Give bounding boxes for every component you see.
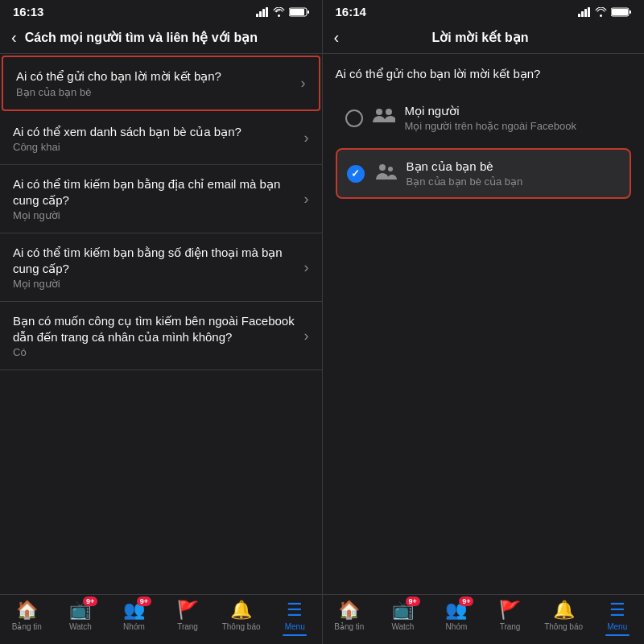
svg-rect-6 [308, 10, 309, 14]
nav-item-right-watch[interactable]: 📺9+ Watch [376, 600, 430, 631]
settings-item-title-external_search: Bạn có muốn công cụ tìm kiếm bên ngoài F… [13, 313, 298, 345]
header-title-left: Cách mọi người tìm và liên hệ với bạn [25, 30, 311, 45]
status-icons-left [256, 7, 309, 17]
left-screen: 16:13 ‹ Cách mọi người tìm và l [0, 0, 322, 644]
chevron-icon-external_search: › [304, 328, 309, 345]
option-list: Ai có thể gửi cho bạn lời mời kết bạn? M… [323, 54, 645, 594]
svg-point-14 [376, 109, 382, 115]
svg-rect-3 [266, 7, 268, 17]
settings-item-title-friends_list: Ai có thể xem danh sách bạn bè của bạn? [13, 124, 298, 140]
svg-rect-1 [259, 11, 262, 17]
nav-item-left-notifications[interactable]: 🔔 Thông báo [214, 600, 268, 631]
nav-label-left-home: Bảng tin [12, 622, 42, 631]
bottom-nav-left: 🏠 Bảng tin 📺9+ Watch 👥9+ Nhóm 🚩 Trang 🔔 … [0, 594, 322, 644]
svg-rect-0 [256, 14, 258, 17]
svg-rect-5 [290, 9, 304, 15]
wifi-icon-right [595, 7, 607, 17]
nav-item-left-watch[interactable]: 📺9+ Watch [54, 600, 108, 631]
svg-rect-2 [262, 9, 265, 17]
option-content-friends_of_friends: Bạn của bạn bè Bạn của bạn bè của bạn [407, 159, 621, 188]
status-icons-right [578, 7, 631, 17]
nav-label-right-groups: Nhóm [446, 622, 468, 631]
status-time-left: 16:13 [13, 5, 43, 19]
settings-item-title-invite: Ai có thể gửi cho bạn lời mời kết bạn? [16, 68, 295, 85]
radio-friends_of_friends [347, 165, 365, 183]
svg-point-15 [386, 109, 392, 115]
option-item-everyone[interactable]: Mọi người Mọi người trên hoặc ngoài Face… [336, 94, 632, 142]
nav-icon-left-pages: 🚩 [177, 600, 199, 621]
header-right: ‹ Lời mời kết bạn [323, 22, 645, 54]
right-screen: 16:14 ‹ Lời mời kết bạn Ai [323, 0, 645, 644]
nav-icon-right-pages: 🚩 [499, 600, 521, 621]
friends-icon [374, 162, 397, 181]
nav-item-left-pages[interactable]: 🚩 Trang [161, 600, 215, 631]
settings-item-subtitle-friends_list: Công khai [13, 141, 298, 153]
nav-item-right-groups[interactable]: 👥9+ Nhóm [430, 600, 484, 631]
nav-item-right-menu[interactable]: ☰ Menu [590, 600, 644, 631]
option-icon-everyone [373, 106, 395, 130]
badge-right-watch: 9+ [406, 597, 420, 606]
nav-item-right-notifications[interactable]: 🔔 Thông báo [537, 600, 591, 631]
settings-item-content-invite: Ai có thể gửi cho bạn lời mời kết bạn? B… [16, 68, 295, 98]
settings-item-friends_list[interactable]: Ai có thể xem danh sách bạn bè của bạn? … [0, 113, 322, 166]
nav-item-right-home[interactable]: 🏠 Bảng tin [323, 600, 377, 631]
nav-icon-left-home: 🏠 [16, 600, 38, 621]
badge-right-groups: 9+ [459, 597, 473, 606]
nav-icon-right-groups: 👥9+ [445, 600, 467, 621]
settings-item-content-external_search: Bạn có muốn công cụ tìm kiếm bên ngoài F… [13, 313, 298, 358]
badge-left-watch: 9+ [83, 597, 97, 606]
badge-left-groups: 9+ [137, 597, 151, 606]
option-content-everyone: Mọi người Mọi người trên hoặc ngoài Face… [405, 104, 622, 132]
everyone-icon [373, 106, 395, 126]
nav-label-right-notifications: Thông báo [544, 622, 583, 631]
nav-item-left-groups[interactable]: 👥9+ Nhóm [107, 600, 161, 631]
settings-item-invite[interactable]: Ai có thể gửi cho bạn lời mời kết bạn? B… [2, 56, 320, 111]
nav-item-right-pages[interactable]: 🚩 Trang [483, 600, 537, 631]
nav-icon-left-watch: 📺9+ [69, 600, 91, 621]
option-title-friends_of_friends: Bạn của bạn bè [407, 159, 621, 174]
nav-item-left-menu[interactable]: ☰ Menu [268, 600, 322, 631]
status-bar-left: 16:13 [0, 0, 322, 22]
nav-label-right-watch: Watch [391, 622, 414, 631]
nav-underline-left-menu [283, 634, 307, 636]
nav-underline-right-menu [605, 634, 630, 636]
settings-item-content-phone_search: Ai có thể tìm kiếm bạn bằng số điện thoạ… [13, 245, 298, 290]
nav-icon-left-notifications: 🔔 [230, 600, 252, 621]
nav-label-left-menu: Menu [285, 622, 305, 631]
back-button-right[interactable]: ‹ [334, 28, 340, 47]
settings-list: Ai có thể gửi cho bạn lời mời kết bạn? B… [0, 54, 322, 594]
chevron-icon-phone_search: › [304, 259, 309, 276]
svg-point-17 [388, 167, 393, 171]
svg-rect-10 [588, 7, 590, 17]
nav-label-right-menu: Menu [607, 622, 627, 631]
chevron-icon-invite: › [301, 75, 306, 92]
settings-item-content-email_search: Ai có thể tìm kiếm bạn bằng địa chỉ emai… [13, 176, 298, 221]
nav-item-left-home[interactable]: 🏠 Bảng tin [0, 600, 54, 631]
nav-label-left-groups: Nhóm [123, 622, 145, 631]
svg-rect-9 [584, 9, 587, 17]
nav-label-right-pages: Trang [500, 622, 521, 631]
option-title-everyone: Mọi người [405, 104, 622, 118]
nav-label-right-home: Bảng tin [334, 622, 364, 631]
wifi-icon-left [273, 7, 285, 17]
back-button-left[interactable]: ‹ [11, 28, 17, 47]
settings-item-subtitle-invite: Bạn của bạn bè [16, 86, 295, 98]
status-time-right: 16:14 [336, 5, 366, 19]
status-bar-right: 16:14 [323, 0, 645, 22]
signal-icon-left [256, 7, 269, 17]
option-subtitle-everyone: Mọi người trên hoặc ngoài Facebook [405, 120, 622, 132]
nav-icon-left-menu: ☰ [287, 600, 303, 621]
header-title-right: Lời mời kết bạn [347, 30, 613, 45]
radio-everyone [345, 109, 363, 127]
option-item-friends_of_friends[interactable]: Bạn của bạn bè Bạn của bạn bè của bạn [336, 148, 632, 199]
settings-item-title-email_search: Ai có thể tìm kiếm bạn bằng địa chỉ emai… [13, 176, 298, 208]
settings-item-external_search[interactable]: Bạn có muốn công cụ tìm kiếm bên ngoài F… [0, 302, 322, 370]
settings-item-email_search[interactable]: Ai có thể tìm kiếm bạn bằng địa chỉ emai… [0, 165, 322, 233]
nav-icon-left-groups: 👥9+ [123, 600, 145, 621]
settings-item-subtitle-email_search: Mọi người [13, 209, 298, 221]
nav-label-left-pages: Trang [177, 622, 198, 631]
nav-icon-right-watch: 📺9+ [392, 600, 414, 621]
settings-item-phone_search[interactable]: Ai có thể tìm kiếm bạn bằng số điện thoạ… [0, 233, 322, 302]
settings-item-subtitle-phone_search: Mọi người [13, 278, 298, 290]
svg-rect-13 [630, 10, 631, 14]
